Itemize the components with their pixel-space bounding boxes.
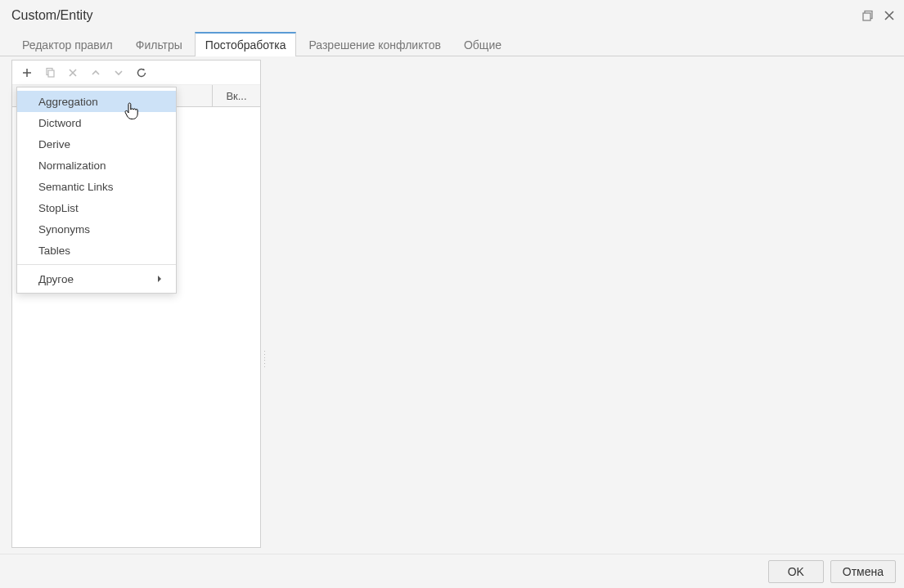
button-label: Отмена bbox=[843, 565, 884, 578]
tab-conflicts[interactable]: Разрешение конфликтов bbox=[298, 33, 452, 56]
tab-rules-editor[interactable]: Редактор правил bbox=[11, 33, 124, 56]
menu-item-label: Dictword bbox=[38, 117, 82, 129]
menu-item-normalization[interactable]: Normalization bbox=[17, 155, 176, 176]
menu-item-label: Semantic Links bbox=[38, 181, 114, 193]
window-title: Custom/Entity bbox=[11, 8, 861, 23]
button-label: OK bbox=[788, 565, 804, 578]
tab-label: Общие bbox=[464, 38, 501, 52]
move-down-button[interactable] bbox=[107, 63, 130, 83]
plus-icon bbox=[21, 67, 33, 79]
tab-label: Редактор правил bbox=[22, 38, 113, 52]
delete-button[interactable] bbox=[61, 63, 84, 83]
tab-label: Разрешение конфликтов bbox=[308, 38, 441, 52]
dialog-footer: OK Отмена bbox=[0, 554, 904, 588]
svg-rect-3 bbox=[48, 70, 54, 77]
move-up-button[interactable] bbox=[84, 63, 107, 83]
menu-item-label: Synonyms bbox=[38, 223, 90, 236]
menu-item-label: Tables bbox=[38, 245, 70, 257]
menu-item-stoplist[interactable]: StopList bbox=[17, 197, 176, 218]
menu-item-aggregation[interactable]: Aggregation bbox=[17, 91, 176, 112]
tab-label: Фильтры bbox=[136, 38, 182, 52]
menu-item-other[interactable]: Другое bbox=[17, 268, 176, 290]
tab-label: Постобработка bbox=[205, 38, 286, 52]
window-controls bbox=[861, 9, 896, 22]
menu-item-derive[interactable]: Derive bbox=[17, 133, 176, 155]
panel-toolbar bbox=[12, 61, 260, 85]
copy-icon bbox=[44, 67, 56, 79]
splitter-handle[interactable] bbox=[263, 351, 267, 367]
tabstrip: Редактор правил Фильтры Постобработка Ра… bbox=[0, 31, 904, 56]
ok-button[interactable]: OK bbox=[768, 560, 824, 583]
chevron-down-icon bbox=[114, 68, 124, 78]
chevron-right-icon bbox=[156, 275, 163, 283]
grid-col-label: Вк... bbox=[226, 90, 246, 102]
menu-item-semantic-links[interactable]: Semantic Links bbox=[17, 176, 176, 197]
refresh-button[interactable] bbox=[130, 63, 153, 83]
copy-button[interactable] bbox=[38, 63, 61, 83]
close-icon[interactable] bbox=[883, 9, 896, 22]
cancel-button[interactable]: Отмена bbox=[830, 560, 896, 583]
tab-postprocessing[interactable]: Постобработка bbox=[195, 32, 297, 56]
add-button[interactable] bbox=[16, 63, 38, 83]
restore-icon[interactable] bbox=[861, 9, 875, 22]
add-dropdown-menu: Aggregation Dictword Derive Normalizatio… bbox=[16, 87, 177, 294]
menu-item-label: Derive bbox=[38, 138, 70, 150]
close-icon bbox=[68, 68, 78, 78]
menu-item-tables[interactable]: Tables bbox=[17, 240, 176, 261]
menu-item-label: StopList bbox=[38, 202, 79, 214]
tab-general[interactable]: Общие bbox=[453, 33, 512, 56]
svg-rect-1 bbox=[863, 13, 870, 20]
titlebar: Custom/Entity bbox=[0, 0, 904, 31]
refresh-icon bbox=[136, 67, 147, 79]
menu-item-label: Aggregation bbox=[38, 96, 98, 108]
menu-item-synonyms[interactable]: Synonyms bbox=[17, 218, 176, 240]
menu-item-label: Normalization bbox=[38, 159, 106, 172]
menu-item-label: Другое bbox=[38, 273, 74, 285]
chevron-up-icon bbox=[91, 68, 101, 78]
menu-separator bbox=[17, 264, 176, 265]
grid-col-enabled[interactable]: Вк... bbox=[213, 85, 260, 106]
tab-filters[interactable]: Фильтры bbox=[125, 33, 193, 56]
menu-item-dictword[interactable]: Dictword bbox=[17, 112, 176, 133]
